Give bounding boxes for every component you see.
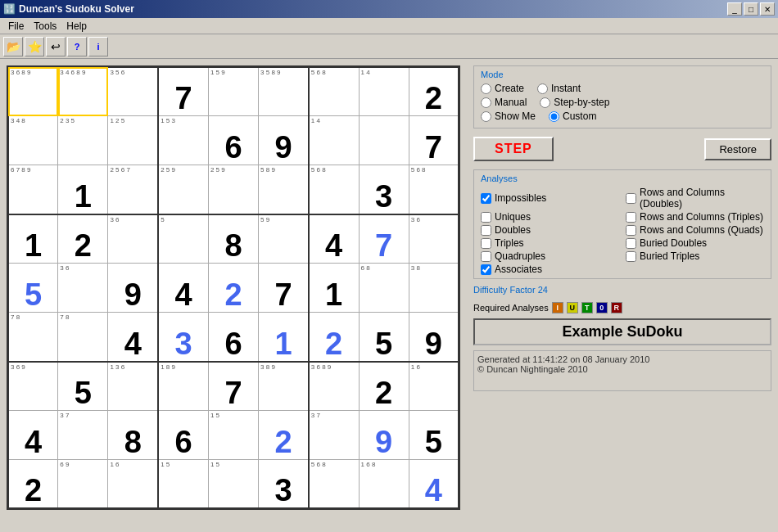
cell-3-0[interactable]: 1	[8, 214, 58, 264]
cell-5-4[interactable]: 6	[208, 313, 258, 362]
cell-1-4[interactable]: 6	[208, 116, 258, 165]
cell-0-7[interactable]: 1 4	[359, 67, 409, 116]
cell-1-5[interactable]: 9	[259, 116, 309, 165]
cell-6-1[interactable]: 5	[58, 362, 108, 411]
cell-2-4[interactable]: 2 5 9	[208, 165, 258, 214]
check-quadruples[interactable]: Quadruples	[481, 250, 619, 262]
check-impossibles[interactable]: Impossibles	[481, 187, 619, 210]
toolbar-info[interactable]: i	[88, 37, 108, 56]
cell-0-0[interactable]: 3 6 8 9	[8, 67, 58, 116]
cell-8-2[interactable]: 1 6	[108, 460, 158, 509]
cell-4-3[interactable]: 4	[158, 264, 208, 313]
cell-2-1[interactable]: 1	[58, 165, 108, 214]
cell-7-4[interactable]: 1 5	[208, 411, 258, 460]
check-quadruples-input[interactable]	[481, 251, 491, 262]
mode-manual-radio[interactable]	[481, 97, 491, 108]
cell-0-6[interactable]: 5 6 8	[309, 67, 359, 116]
cell-6-7[interactable]: 2	[359, 362, 409, 411]
cell-8-7[interactable]: 1 6 8	[359, 460, 409, 509]
check-uniques-input[interactable]	[481, 212, 491, 223]
check-buried-doubles-input[interactable]	[626, 238, 636, 249]
cell-4-0[interactable]: 5	[8, 264, 58, 313]
cell-7-6[interactable]: 3 7	[309, 411, 359, 460]
cell-6-6[interactable]: 3 6 8 9	[309, 362, 359, 411]
cell-3-2[interactable]: 3 6	[108, 214, 158, 264]
cell-5-0[interactable]: 7 8	[8, 313, 58, 362]
cell-1-1[interactable]: 2 3 5	[58, 116, 108, 165]
mode-manual[interactable]: Manual	[481, 97, 527, 108]
cell-5-5[interactable]: 1	[259, 313, 309, 362]
mode-stepbystep-radio[interactable]	[540, 97, 550, 108]
cell-7-8[interactable]: 5	[409, 411, 459, 460]
cell-4-1[interactable]: 3 6	[58, 264, 108, 313]
cell-6-5[interactable]: 3 8 9	[259, 362, 309, 411]
cell-7-7[interactable]: 9	[359, 411, 409, 460]
check-rowscols-doubles[interactable]: Rows and Columns (Doubles)	[626, 187, 764, 210]
mode-custom[interactable]: Custom	[549, 110, 596, 122]
badge-t[interactable]: T	[581, 302, 593, 313]
cell-4-4[interactable]: 2	[208, 264, 258, 313]
cell-6-3[interactable]: 1 8 9	[158, 362, 208, 411]
check-rowscols-triples[interactable]: Rows and Columns (Triples)	[626, 211, 764, 223]
cell-0-5[interactable]: 3 5 8 9	[259, 67, 309, 116]
check-doubles-input[interactable]	[481, 225, 491, 236]
cell-5-8[interactable]: 9	[409, 313, 459, 362]
cell-2-8[interactable]: 5 6 8	[409, 165, 459, 214]
cell-6-0[interactable]: 3 6 9	[8, 362, 58, 411]
check-triples-input[interactable]	[481, 238, 491, 249]
menu-file[interactable]: File	[3, 19, 29, 34]
cell-1-3[interactable]: 1 5 3	[158, 116, 208, 165]
check-rowscols-doubles-input[interactable]	[626, 193, 636, 204]
cell-7-5[interactable]: 2	[259, 411, 309, 460]
cell-3-1[interactable]: 2	[58, 214, 108, 264]
cell-4-2[interactable]: 9	[108, 264, 158, 313]
mode-instant[interactable]: Instant	[537, 83, 581, 94]
cell-3-7[interactable]: 7	[359, 214, 409, 264]
cell-3-8[interactable]: 3 6	[409, 214, 459, 264]
cell-6-2[interactable]: 1 3 6	[108, 362, 158, 411]
cell-8-3[interactable]: 1 5	[158, 460, 208, 509]
cell-0-2[interactable]: 3 5 6	[108, 67, 158, 116]
cell-2-5[interactable]: 5 8 9	[259, 165, 309, 214]
cell-1-7[interactable]	[359, 116, 409, 165]
check-impossibles-input[interactable]	[481, 193, 491, 204]
cell-2-0[interactable]: 6 7 8 9	[8, 165, 58, 214]
cell-8-0[interactable]: 2	[8, 460, 58, 509]
toolbar-save[interactable]: ↩	[46, 37, 66, 56]
cell-7-3[interactable]: 6	[158, 411, 208, 460]
check-uniques[interactable]: Uniques	[481, 211, 619, 223]
cell-4-8[interactable]: 3 8	[409, 264, 459, 313]
badge-u[interactable]: U	[567, 302, 578, 313]
cell-7-2[interactable]: 8	[108, 411, 158, 460]
toolbar-star[interactable]: ⭐	[25, 37, 44, 56]
cell-0-8[interactable]: 2	[409, 67, 459, 116]
cell-1-0[interactable]: 3 4 8	[8, 116, 58, 165]
close-button[interactable]: ✕	[760, 2, 775, 16]
cell-4-7[interactable]: 6 8	[359, 264, 409, 313]
check-rowscols-quads-input[interactable]	[626, 225, 636, 236]
cell-1-6[interactable]: 1 4	[309, 116, 359, 165]
cell-8-5[interactable]: 3	[259, 460, 309, 509]
restore-button[interactable]: Restore	[704, 138, 771, 160]
cell-8-6[interactable]: 5 6 8	[309, 460, 359, 509]
toolbar-help[interactable]: ?	[67, 37, 87, 56]
cell-2-7[interactable]: 3	[359, 165, 409, 214]
check-buried-doubles[interactable]: Buried Doubles	[626, 237, 764, 249]
cell-6-4[interactable]: 7	[208, 362, 258, 411]
cell-6-8[interactable]: 1 6	[409, 362, 459, 411]
cell-7-1[interactable]: 3 7	[58, 411, 108, 460]
check-rowscols-quads[interactable]: Rows and Columns (Quads)	[626, 224, 764, 236]
toolbar-open[interactable]: 📂	[3, 37, 23, 56]
check-rowscols-triples-input[interactable]	[626, 212, 636, 223]
menu-tools[interactable]: Tools	[29, 19, 61, 34]
cell-5-3[interactable]: 3	[158, 313, 208, 362]
cell-5-6[interactable]: 2	[309, 313, 359, 362]
cell-0-1[interactable]: 3 4 6 8 9	[58, 67, 108, 116]
cell-5-1[interactable]: 7 8	[58, 313, 108, 362]
cell-3-3[interactable]: 5	[158, 214, 208, 264]
cell-4-6[interactable]: 1	[309, 264, 359, 313]
cell-5-7[interactable]: 5	[359, 313, 409, 362]
check-associates[interactable]: Associates	[481, 264, 619, 275]
check-buried-triples-input[interactable]	[626, 251, 636, 262]
cell-5-2[interactable]: 4	[108, 313, 158, 362]
